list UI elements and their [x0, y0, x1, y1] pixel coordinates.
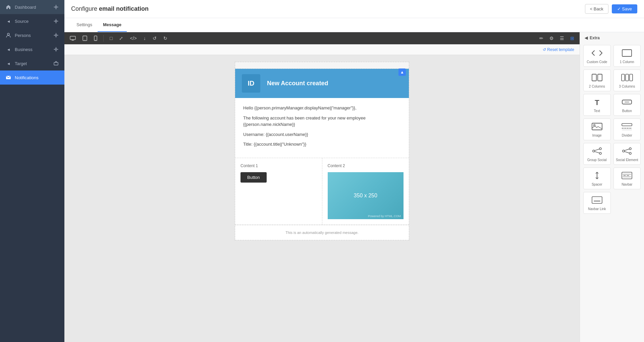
group-social-label: Group Social — [587, 158, 607, 162]
settings-icon-source — [53, 18, 59, 24]
sidebar-item-persons[interactable]: Persons — [0, 28, 64, 42]
back-button[interactable]: < Back — [585, 4, 608, 14]
panel-item-2-columns[interactable]: 2 Columns — [583, 69, 611, 91]
email-line-4: Title: {{account.title||"Unknown"}} — [243, 141, 401, 148]
panel-item-button[interactable]: Button — [613, 94, 641, 116]
navbar-link-label: Navbar Link — [588, 207, 606, 211]
chevron-left-icon-business: ◂ — [5, 46, 11, 52]
redo-button[interactable]: ↻ — [161, 34, 169, 42]
grid-button[interactable]: ⊞ — [568, 34, 576, 42]
image-credit: Powered by HTML.COM — [368, 214, 401, 218]
panel-grid: Custom Code 1 Column — [580, 42, 644, 216]
code-brackets-icon — [590, 48, 604, 58]
expand-button[interactable]: □ — [108, 34, 114, 42]
tab-message[interactable]: Message — [98, 18, 127, 32]
settings-icon-target — [53, 60, 59, 66]
email-col-2: Content 2 350 x 250 Powered by HTML.COM — [322, 158, 409, 225]
svg-rect-12 — [622, 50, 632, 56]
svg-line-29 — [595, 152, 599, 153]
button-label: Button — [622, 109, 632, 113]
svg-point-28 — [593, 150, 595, 152]
svg-point-31 — [629, 148, 631, 150]
svg-rect-17 — [630, 74, 633, 81]
col2-title: Content 2 — [328, 163, 404, 168]
email-col-1: Content 1 Button — [235, 158, 322, 225]
two-col-icon — [590, 72, 604, 83]
save-button[interactable]: ✓ Save — [612, 4, 637, 13]
menu-button[interactable]: ☰ — [558, 34, 566, 42]
desktop-view-button[interactable] — [68, 35, 78, 42]
svg-rect-25 — [622, 130, 632, 130]
email-image-placeholder: 350 x 250 Powered by HTML.COM — [328, 172, 404, 219]
topbar: Configure email notification < Back ✓ Sa… — [64, 0, 644, 18]
email-footer: This is an automatically generated messa… — [235, 225, 409, 240]
panel-item-divider[interactable]: Divider — [613, 118, 641, 140]
panel-item-social-element[interactable]: Social Element — [613, 143, 641, 165]
svg-point-26 — [599, 148, 601, 150]
svg-point-0 — [55, 6, 57, 8]
svg-point-22 — [593, 125, 595, 126]
svg-point-32 — [629, 152, 631, 154]
panel-item-1-column[interactable]: 1 Column — [613, 45, 641, 67]
svg-rect-16 — [626, 74, 629, 81]
panel-item-navbar[interactable]: Navbar — [613, 167, 641, 189]
image-rect-icon — [590, 121, 604, 132]
home-icon — [5, 4, 11, 10]
persons-icon — [5, 32, 11, 38]
panel-item-navbar-link[interactable]: Navbar Link — [583, 192, 611, 214]
pencil-button[interactable]: ✏ — [537, 34, 545, 42]
col1-title: Content 1 — [240, 163, 317, 168]
panel-item-custom-code[interactable]: Custom Code — [583, 45, 611, 67]
tabs: Settings Message — [64, 18, 644, 32]
svg-point-9 — [85, 40, 85, 40]
gear-button[interactable]: ⚙ — [547, 34, 556, 42]
panel-item-image[interactable]: Image — [583, 118, 611, 140]
svg-point-1 — [55, 20, 57, 22]
panel-item-3-columns[interactable]: 3 Columns — [613, 69, 641, 91]
email-header-title: New Account created — [267, 80, 328, 87]
mobile-view-button[interactable] — [92, 34, 99, 42]
scroll-up-button[interactable]: ▲ — [398, 68, 406, 76]
navbar-link-rect-icon — [590, 195, 604, 205]
email-canvas: ▲ ID New Account created Hello {{person.… — [64, 55, 580, 342]
svg-line-34 — [625, 152, 629, 153]
settings-icon-business — [53, 46, 59, 52]
code-button[interactable]: </> — [128, 34, 139, 42]
tablet-view-button[interactable] — [80, 34, 89, 42]
settings-icon-persons — [53, 32, 59, 38]
divider-label: Divider — [622, 134, 632, 137]
tab-settings[interactable]: Settings — [71, 18, 98, 32]
sidebar-item-source[interactable]: ◂ Source — [0, 14, 64, 28]
toolbar-right: ✏ ⚙ ☰ ⊞ — [537, 34, 576, 42]
sidebar-item-dashboard[interactable]: Dashboard — [0, 0, 64, 14]
button-rect-icon — [620, 97, 634, 107]
email-two-columns: Content 1 Button Content 2 350 x 250 Pow… — [235, 158, 409, 225]
reset-template-link[interactable]: ↺ Reset template — [543, 47, 574, 52]
builder-toolbar: □ ⤢ </> ↓ ↺ ↻ ✏ ⚙ ☰ ⊞ — [64, 32, 580, 44]
divider-line-icon — [620, 121, 634, 132]
page-title: Configure email notification — [71, 5, 149, 12]
svg-point-27 — [599, 152, 601, 154]
email-header: ID New Account created — [235, 69, 409, 98]
panel-item-spacer[interactable]: Spacer — [583, 167, 611, 189]
sidebar-item-notifications[interactable]: Notifications — [0, 70, 64, 85]
move-button[interactable]: ⤢ — [117, 34, 125, 42]
share-icon — [590, 146, 604, 156]
one-col-icon — [620, 48, 634, 58]
email-line-1: Hello {{person.primaryManager.displayNam… — [243, 105, 401, 111]
sidebar-item-business[interactable]: ◂ Business — [0, 42, 64, 56]
email-col1-button[interactable]: Button — [240, 172, 267, 183]
svg-rect-42 — [592, 197, 602, 203]
sidebar-item-target[interactable]: ◂ Target — [0, 56, 64, 70]
sidebar: Dashboard ◂ Source — [0, 0, 64, 342]
panel-item-text[interactable]: T Text — [583, 94, 611, 116]
email-logo: ID — [242, 74, 260, 93]
svg-rect-23 — [622, 124, 632, 126]
three-col-icon — [620, 72, 634, 83]
toolbar-separator-1 — [103, 35, 104, 42]
undo-button[interactable]: ↺ — [151, 34, 159, 42]
panel-item-group-social[interactable]: Group Social — [583, 143, 611, 165]
download-button[interactable]: ↓ — [142, 34, 148, 42]
text-T-icon: T — [590, 97, 604, 107]
email-builder: □ ⤢ </> ↓ ↺ ↻ ✏ ⚙ ☰ ⊞ ↺ Reset template — [64, 32, 580, 342]
